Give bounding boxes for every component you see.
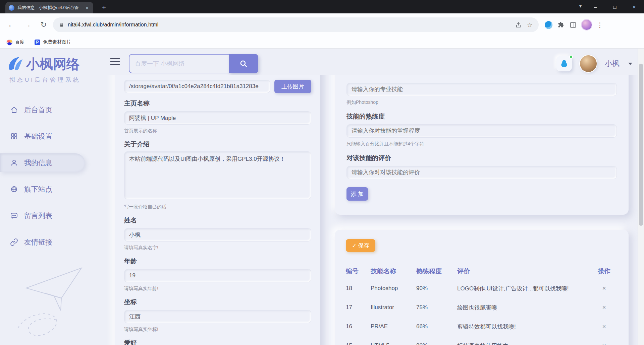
sidebar-menu: 后台首页 基础设置 我的信息 旗下站点 留言列表 友情链接 bbox=[0, 100, 101, 252]
sidebar-item-messages[interactable]: 留言列表 bbox=[0, 206, 85, 225]
paper-plane-decoration bbox=[9, 250, 100, 345]
delete-skill-icon[interactable]: × bbox=[591, 323, 618, 330]
user-avatar[interactable] bbox=[580, 55, 597, 72]
search-input[interactable] bbox=[129, 54, 229, 73]
location-helper: 请填写真实坐标! bbox=[124, 327, 311, 333]
sidebar-item-my-info[interactable]: 我的信息 bbox=[0, 153, 85, 172]
col-header-actions: 操作 bbox=[591, 267, 618, 276]
browser-profile-avatar[interactable] bbox=[582, 20, 592, 30]
delete-skill-icon[interactable]: × bbox=[591, 304, 618, 311]
search-bar bbox=[129, 54, 258, 73]
hobby-label: 爱好 bbox=[124, 339, 311, 345]
homepage-name-input[interactable] bbox=[124, 111, 311, 125]
notification-qq-icon[interactable] bbox=[556, 56, 572, 71]
topbar-right: 小枫 bbox=[556, 55, 632, 72]
cell-name: Photoshop bbox=[371, 285, 416, 292]
content-topbar: 小枫 bbox=[101, 49, 638, 75]
add-skill-button[interactable]: 添 加 bbox=[346, 187, 368, 201]
sidebar-item-label: 基础设置 bbox=[24, 132, 52, 141]
sidebar-item-label: 我的信息 bbox=[24, 158, 52, 167]
penguin-icon bbox=[560, 59, 569, 68]
grid-icon bbox=[10, 132, 18, 140]
cell-mastery: 75% bbox=[416, 304, 457, 311]
cell-evaluation: LOGO制作,UI设计,广告设计...都可以找我噢! bbox=[457, 285, 591, 292]
tab-list-chevron-icon[interactable]: ▾ bbox=[579, 3, 582, 9]
window-close-button[interactable]: × bbox=[625, 0, 644, 13]
side-panel-icon[interactable] bbox=[570, 21, 577, 28]
share-icon[interactable] bbox=[515, 22, 522, 28]
table-row: 17 Illustrator 75% 绘图也很腻害噢 × bbox=[346, 298, 618, 317]
address-bar[interactable]: nitai4.xfwl.club/admin/information.html … bbox=[53, 17, 539, 32]
delete-skill-icon[interactable]: × bbox=[591, 285, 618, 292]
globe-icon bbox=[10, 185, 18, 193]
avatar-path-input[interactable] bbox=[124, 80, 270, 93]
location-input[interactable] bbox=[124, 310, 311, 323]
chat-icon bbox=[10, 212, 18, 220]
col-header-mastery: 熟练程度 bbox=[416, 267, 457, 276]
evaluation-label: 对该技能的评价 bbox=[346, 154, 617, 162]
age-input[interactable] bbox=[124, 269, 311, 282]
hamburger-menu-icon[interactable] bbox=[110, 58, 120, 65]
avatar-path-row: 上传图片 bbox=[124, 80, 311, 93]
cell-evaluation: 绘图也很腻害噢 bbox=[457, 304, 591, 312]
extension-icon[interactable] bbox=[545, 21, 552, 29]
browser-titlebar: 我的信息 - 小枫拟态ui4.0后台管 × + ▾ – □ × bbox=[0, 0, 644, 13]
user-icon bbox=[10, 159, 18, 167]
sidebar-item-label: 友情链接 bbox=[24, 237, 52, 247]
about-textarea[interactable]: 本站前端源代码以及UI图由小枫原创，采用GPL3.0开源协议！ bbox=[124, 151, 311, 199]
sidebar-item-label: 旗下站点 bbox=[24, 185, 52, 194]
online-status-dot bbox=[569, 55, 573, 59]
upload-image-button[interactable]: 上传图片 bbox=[274, 80, 311, 93]
name-helper: 请填写真实名字! bbox=[124, 245, 311, 251]
new-tab-button[interactable]: + bbox=[99, 3, 109, 12]
sidebar-item-sites[interactable]: 旗下站点 bbox=[0, 180, 85, 199]
about-label: 关于介绍 bbox=[124, 140, 311, 148]
content-scroll-area[interactable]: 上传图片 主页名称 首页展示的名称 关于介绍 本站前端源代码以及UI图由小枫原创… bbox=[101, 75, 638, 345]
forward-button[interactable]: → bbox=[21, 18, 34, 31]
name-label: 姓名 bbox=[124, 216, 311, 224]
baidu-paw-icon bbox=[7, 40, 12, 45]
bookmark-baidu[interactable]: 百度 bbox=[7, 39, 24, 45]
mastery-input[interactable] bbox=[346, 124, 617, 138]
skill-name-input[interactable] bbox=[346, 83, 617, 96]
bookmark-label: 免费素材图片 bbox=[43, 39, 71, 45]
logo-text: 小枫网络 bbox=[26, 55, 80, 73]
lock-icon bbox=[59, 22, 64, 27]
logo: 小枫网络 bbox=[6, 55, 101, 73]
scrollbar-thumb[interactable] bbox=[639, 64, 643, 226]
delete-skill-icon[interactable]: × bbox=[591, 342, 618, 345]
skill-name-helper: 例如Photoshop bbox=[346, 99, 617, 106]
chevron-down-icon[interactable] bbox=[628, 63, 632, 65]
sidebar-item-dashboard[interactable]: 后台首页 bbox=[0, 100, 85, 119]
extensions-puzzle-icon[interactable] bbox=[557, 21, 565, 28]
evaluation-input[interactable] bbox=[346, 166, 617, 179]
tab-title: 我的信息 - 小枫拟态ui4.0后台管 bbox=[17, 5, 81, 11]
bookmarks-bar: 百度 P 免费素材图片 bbox=[0, 36, 644, 49]
window-minimize-button[interactable]: – bbox=[586, 0, 605, 13]
window-maximize-button[interactable]: □ bbox=[605, 0, 625, 13]
user-name[interactable]: 小枫 bbox=[605, 59, 620, 69]
sidebar-item-basic-settings[interactable]: 基础设置 bbox=[0, 127, 85, 146]
toolbar-extensions: ⋮ bbox=[545, 20, 603, 30]
bookmark-star-icon[interactable]: ☆ bbox=[527, 21, 533, 29]
admin-page: 小枫网络 拟态UI后台管理系统 后台首页 基础设置 我的信息 旗下站点 留 bbox=[0, 49, 638, 345]
col-header-evaluation: 评价 bbox=[457, 267, 591, 276]
tab-close-icon[interactable]: × bbox=[84, 5, 90, 11]
browser-tab[interactable]: 我的信息 - 小枫拟态ui4.0后台管 × bbox=[5, 2, 93, 13]
site-favicon-icon bbox=[9, 5, 14, 11]
name-input[interactable] bbox=[124, 228, 311, 242]
bookmark-free-images[interactable]: P 免费素材图片 bbox=[35, 39, 71, 45]
back-button[interactable]: ← bbox=[5, 18, 18, 31]
sidebar-item-links[interactable]: 友情链接 bbox=[0, 233, 85, 252]
window-controls: – □ × bbox=[586, 0, 644, 13]
col-header-id: 编号 bbox=[346, 267, 371, 276]
logo-subtitle: 拟态UI后台管理系统 bbox=[9, 76, 101, 84]
homepage-name-label: 主页名称 bbox=[124, 99, 311, 107]
search-button[interactable] bbox=[229, 54, 258, 73]
add-skill-card: 例如Photoshop 技能的熟练度 只能输入百分比并且不能超过4个字符 对该技… bbox=[335, 75, 629, 215]
page-scrollbar[interactable] bbox=[638, 49, 644, 345]
cell-id: 16 bbox=[346, 323, 371, 330]
browser-menu-icon[interactable]: ⋮ bbox=[597, 21, 603, 29]
reload-button[interactable]: ↻ bbox=[37, 18, 50, 31]
save-button[interactable]: ✓ 保存 bbox=[346, 239, 375, 252]
